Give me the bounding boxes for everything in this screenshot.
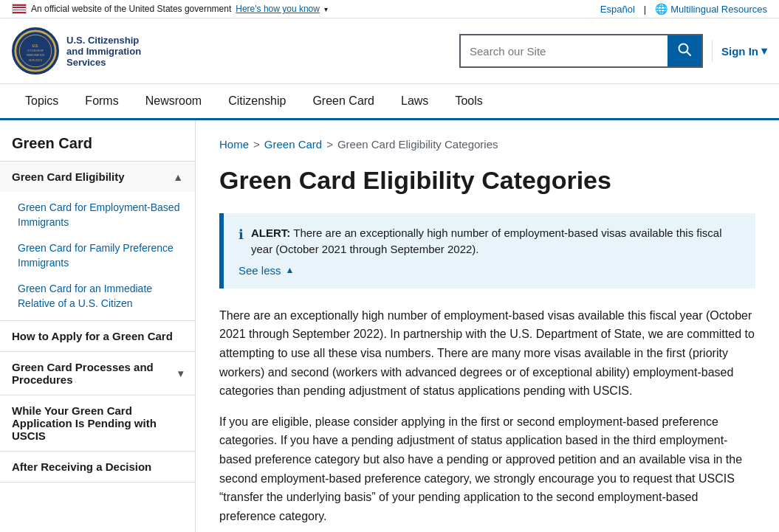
- page-title: Green Card Eligibility Categories: [219, 165, 755, 196]
- nav-item-citizenship[interactable]: Citizenship: [215, 84, 299, 118]
- sidebar-item-employment-based[interactable]: Green Card for Employment-Based Immigran…: [0, 195, 195, 235]
- heres-how-link[interactable]: Here's how you know: [236, 4, 320, 14]
- logo-area: U.S. CITIZENSHIP IMMIGRATION SERVICES U.…: [12, 27, 141, 75]
- main-content: Home > Green Card > Green Card Eligibili…: [196, 120, 779, 532]
- sidebar-link-processes[interactable]: Green Card Processes and Procedures ▾: [0, 352, 195, 395]
- sidebar-link-pending[interactable]: While Your Green Card Application Is Pen…: [0, 395, 195, 452]
- breadcrumb-current: Green Card Eligibility Categories: [337, 138, 498, 151]
- main-nav: Topics Forms Newsroom Citizenship Green …: [0, 84, 779, 120]
- sidebar-subitems-eligibility: Green Card for Employment-Based Immigran…: [0, 192, 195, 320]
- multilingual-link[interactable]: 🌐 Multilingual Resources: [655, 3, 767, 15]
- nav-item-laws[interactable]: Laws: [388, 84, 442, 118]
- see-less-button[interactable]: See less ▲: [238, 264, 294, 277]
- see-less-label: See less: [238, 264, 281, 277]
- official-text: An official website of the United States…: [31, 4, 231, 14]
- sidebar-title: Green Card: [0, 120, 195, 162]
- search-button[interactable]: [668, 35, 701, 66]
- sidebar-item-family-preference[interactable]: Green Card for Family Preference Immigra…: [0, 235, 195, 276]
- svg-text:CITIZENSHIP: CITIZENSHIP: [27, 49, 44, 52]
- sidebar: Green Card Green Card Eligibility ▲ Gree…: [0, 120, 196, 532]
- alert-box: ℹ ALERT: There are an exceptionally high…: [219, 213, 755, 289]
- sidebar-link-after-decision[interactable]: After Receiving a Decision: [0, 452, 195, 483]
- heres-how-arrow-icon: ▾: [324, 5, 328, 13]
- breadcrumb-home[interactable]: Home: [219, 138, 249, 151]
- search-input[interactable]: [461, 39, 668, 63]
- info-icon: ℹ: [238, 227, 244, 243]
- top-bar-divider: |: [644, 4, 646, 15]
- svg-line-7: [687, 52, 690, 55]
- sign-in-button[interactable]: Sign In ▾: [721, 44, 767, 58]
- us-flag-icon: [12, 4, 27, 14]
- uscis-seal: U.S. CITIZENSHIP IMMIGRATION SERVICES: [12, 27, 59, 75]
- globe-icon: 🌐: [655, 3, 668, 15]
- svg-text:IMMIGRATION: IMMIGRATION: [27, 54, 45, 57]
- breadcrumb-sep2: >: [326, 138, 333, 151]
- nav-item-tools[interactable]: Tools: [442, 84, 495, 118]
- sidebar-section-eligibility: Green Card Eligibility ▲ Green Card for …: [0, 162, 195, 321]
- alert-label: ALERT:: [251, 227, 290, 239]
- nav-item-green-card[interactable]: Green Card: [299, 84, 388, 118]
- alert-short-text: There are an exceptionally high number o…: [251, 227, 722, 256]
- body-paragraph-2: If you are eligible, please consider app…: [219, 412, 755, 526]
- espanol-link[interactable]: Español: [600, 4, 635, 15]
- search-icon: [678, 43, 691, 56]
- svg-text:U.S.: U.S.: [32, 44, 39, 48]
- sidebar-section-eligibility-label: Green Card Eligibility: [12, 170, 125, 183]
- sidebar-item-immediate-relative[interactable]: Green Card for an Immediate Relative of …: [0, 276, 195, 317]
- body-paragraph-1: There are an exceptionally high number o…: [219, 306, 755, 401]
- eligibility-chevron-icon: ▲: [173, 171, 183, 183]
- top-bar-right: Español | 🌐 Multilingual Resources: [600, 3, 767, 15]
- nav-item-topics[interactable]: Topics: [12, 84, 72, 118]
- nav-item-newsroom[interactable]: Newsroom: [132, 84, 215, 118]
- see-less-chevron-icon: ▲: [286, 265, 295, 275]
- logo-line1: U.S. Citizenship: [66, 35, 141, 46]
- sidebar-section-eligibility-header[interactable]: Green Card Eligibility ▲: [0, 162, 195, 192]
- header-right: Sign In ▾: [459, 34, 767, 68]
- search-form: [459, 34, 703, 68]
- official-site-notice: An official website of the United States…: [12, 4, 328, 14]
- nav-item-forms[interactable]: Forms: [72, 84, 131, 118]
- logo-line2: and Immigration: [66, 46, 141, 57]
- breadcrumb: Home > Green Card > Green Card Eligibili…: [219, 138, 755, 151]
- top-bar: An official website of the United States…: [0, 0, 779, 18]
- sidebar-link-processes-label: Green Card Processes and Procedures: [12, 361, 178, 386]
- processes-chevron-icon: ▾: [178, 367, 183, 379]
- sign-in-label: Sign In: [721, 45, 758, 58]
- header-divider: [712, 40, 713, 62]
- logo-line3: Services: [66, 57, 141, 68]
- page-layout: Green Card Green Card Eligibility ▲ Gree…: [0, 120, 779, 532]
- logo-text: U.S. Citizenship and Immigration Service…: [66, 35, 141, 68]
- breadcrumb-sep1: >: [253, 138, 260, 151]
- breadcrumb-green-card[interactable]: Green Card: [264, 138, 322, 151]
- alert-text: ALERT: There are an exceptionally high n…: [251, 225, 741, 258]
- sidebar-link-how-to-apply[interactable]: How to Apply for a Green Card: [0, 321, 195, 352]
- multilingual-label: Multilingual Resources: [670, 4, 767, 15]
- sign-in-arrow-icon: ▾: [761, 44, 767, 58]
- alert-header: ℹ ALERT: There are an exceptionally high…: [238, 225, 741, 258]
- svg-text:SERVICES: SERVICES: [29, 59, 43, 62]
- site-header: U.S. CITIZENSHIP IMMIGRATION SERVICES U.…: [0, 18, 779, 84]
